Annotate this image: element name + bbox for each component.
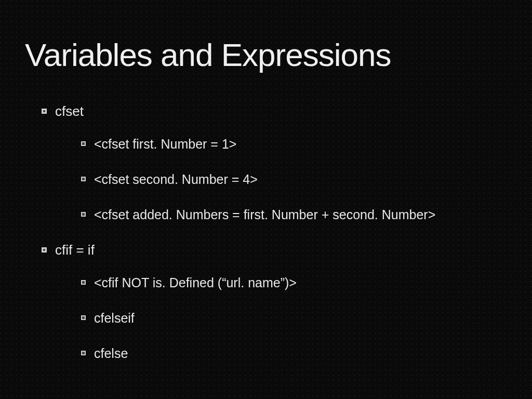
bullet-text: cfset [55,103,84,119]
bullet-icon [81,177,86,181]
bullet-icon [81,351,86,355]
bullet-list-level2: <cfif NOT is. Defined (“url. name”)> cfe… [42,275,506,361]
list-item: <cfif NOT is. Defined (“url. name”)> [81,275,506,290]
slide-container: Variables and Expressions cfset <cfset f… [0,0,532,399]
bullet-text: cfif = if [55,242,95,258]
bullet-text: <cfset first. Number = 1> [94,136,236,152]
list-item: cfset [42,103,506,119]
slide-title: Variables and Expressions [25,36,506,73]
bullet-list-level1: cfset <cfset first. Number = 1> <cfset s… [26,103,506,361]
bullet-list-level2: <cfset first. Number = 1> <cfset second.… [42,136,506,222]
list-item: <cfset first. Number = 1> [81,136,506,152]
list-item: cfif = if [42,242,506,258]
bullet-text: <cfif NOT is. Defined (“url. name”)> [94,275,297,290]
bullet-text: cfelseif [94,310,135,326]
list-item: cfelseif [81,310,506,326]
bullet-icon [81,280,86,285]
bullet-text: <cfset added. Numbers = first. Number + … [94,207,435,222]
bullet-text: <cfset second. Number = 4> [94,171,258,187]
bullet-icon [42,109,47,114]
bullet-icon [81,315,86,320]
bullet-icon [42,247,47,252]
list-item: <cfset added. Numbers = first. Number + … [81,207,506,222]
list-item: <cfset second. Number = 4> [81,171,506,187]
bullet-text: cfelse [94,345,128,361]
bullet-icon [81,141,86,146]
list-item: cfelse [81,345,506,361]
bullet-icon [81,212,86,217]
